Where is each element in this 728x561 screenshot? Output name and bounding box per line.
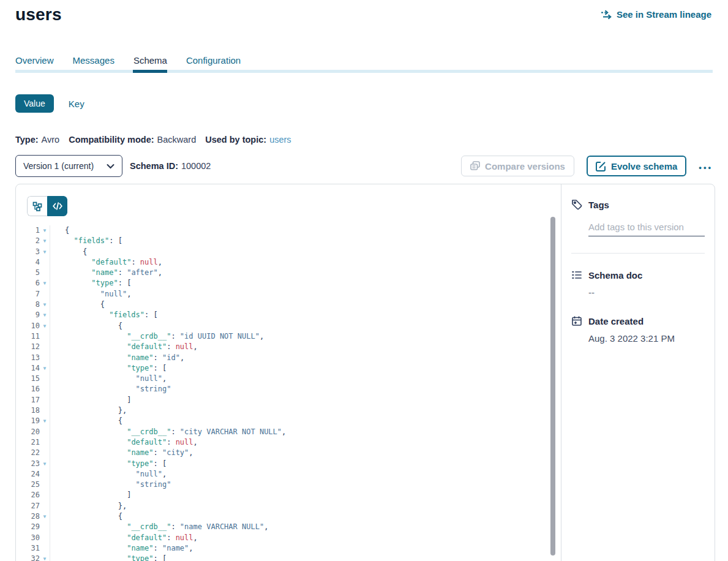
add-tags-input[interactable]: [588, 220, 705, 236]
fold-arrow-icon[interactable]: ▼: [40, 363, 50, 374]
topic-link[interactable]: users: [269, 135, 291, 145]
date-created-section: Date created Aug. 3 2022 3:21 PM: [571, 315, 705, 344]
schema-panel: 1▼{2▼ "fields": [3▼ {4 "default": null,5…: [15, 184, 715, 561]
stream-lineage-label: See in Stream lineage: [617, 9, 711, 20]
more-options-button[interactable]: •••: [699, 160, 713, 172]
code-line: 16 "string": [16, 384, 561, 394]
tab-track: [15, 70, 713, 73]
compare-versions-label: Compare versions: [485, 161, 565, 171]
type-label: Type:: [15, 135, 39, 145]
code-line: 13 "name": "id",: [16, 353, 561, 363]
fold-spacer: [40, 384, 50, 394]
fold-spacer: [40, 543, 50, 554]
fold-arrow-icon[interactable]: ▼: [40, 225, 50, 236]
tab-configuration[interactable]: Configuration: [186, 55, 241, 77]
date-created-title: Date created: [588, 316, 644, 326]
code-icon: [53, 202, 62, 210]
fold-arrow-icon[interactable]: ▼: [40, 299, 50, 310]
tree-icon: [32, 201, 42, 211]
tree-view-button[interactable]: [27, 196, 47, 216]
fold-arrow-icon[interactable]: ▼: [40, 278, 50, 288]
evolve-schema-button[interactable]: Evolve schema: [587, 156, 686, 176]
compare-icon: [470, 161, 480, 171]
code-line: 5 "name": "after",: [16, 268, 561, 278]
code-line: 27 },: [16, 501, 561, 511]
tab-schema[interactable]: Schema: [133, 55, 167, 77]
key-button[interactable]: Key: [69, 99, 84, 109]
active-tab-indicator: [133, 70, 167, 73]
fold-spacer: [40, 331, 50, 342]
schema-id-label: Schema ID:: [130, 161, 178, 171]
code-line: 25 "string": [16, 480, 561, 490]
code-line: 7 "null",: [16, 289, 561, 299]
type-value: Avro: [42, 135, 60, 145]
code-view-button[interactable]: [47, 196, 67, 216]
code-line: 14▼ "type": [: [16, 363, 561, 374]
fold-arrow-icon[interactable]: ▼: [40, 321, 50, 331]
fold-spacer: [40, 437, 50, 448]
fold-arrow-icon[interactable]: ▼: [40, 236, 50, 246]
tags-section: Tags: [571, 199, 705, 254]
code-line: 21 "default": null,: [16, 437, 561, 448]
code-lines: 1▼{2▼ "fields": [3▼ {4 "default": null,5…: [16, 225, 561, 561]
tag-icon: [571, 199, 582, 210]
code-line: 31 "name": "name",: [16, 543, 561, 554]
code-line: 2▼ "fields": [: [16, 236, 561, 246]
value-button[interactable]: Value: [15, 94, 54, 113]
version-bar: Version 1 (current) Schema ID: 100002 Co…: [15, 155, 713, 177]
code-line: 20 "__crdb__": "city VARCHAR NOT NULL",: [16, 427, 561, 437]
tab-overview[interactable]: Overview: [15, 55, 54, 77]
code-line: 10▼ {: [16, 321, 561, 331]
fold-spacer: [40, 490, 50, 500]
schema-meta-row: Type: Avro Compatibility mode: Backward …: [15, 135, 291, 145]
schema-doc-section: Schema doc --: [571, 269, 705, 298]
fold-arrow-icon[interactable]: ▼: [40, 416, 50, 426]
fold-spacer: [40, 353, 50, 363]
value-key-toggle: Value Key: [15, 94, 84, 113]
fold-spacer: [40, 374, 50, 384]
tags-title: Tags: [588, 200, 609, 210]
view-toggle: [27, 196, 67, 216]
fold-spacer: [40, 268, 50, 278]
used-by-topic-label: Used by topic:: [205, 135, 266, 145]
fold-arrow-icon[interactable]: ▼: [40, 554, 50, 561]
version-select[interactable]: Version 1 (current): [15, 155, 122, 177]
fold-arrow-icon[interactable]: ▼: [40, 511, 50, 522]
fold-arrow-icon[interactable]: ▼: [40, 310, 50, 320]
code-line: 29 "__crdb__": "name VARCHAR NULL",: [16, 522, 561, 532]
fold-spacer: [40, 405, 50, 416]
see-in-stream-lineage-link[interactable]: See in Stream lineage: [601, 9, 711, 20]
fold-spacer: [40, 342, 50, 352]
code-line: 24 "null",: [16, 469, 561, 480]
page-title: users: [15, 5, 62, 24]
code-line: 4 "default": null,: [16, 257, 561, 268]
schema-sidebar: Tags Schema doc --: [561, 184, 715, 561]
fold-spacer: [40, 257, 50, 268]
code-line: 23▼ "type": [: [16, 459, 561, 469]
code-line: 32▼ "type": [: [16, 554, 561, 561]
fold-spacer: [40, 522, 50, 532]
schema-doc-value: --: [588, 287, 705, 298]
fold-arrow-icon[interactable]: ▼: [40, 247, 50, 257]
fold-spacer: [40, 448, 50, 458]
code-line: 3▼ {: [16, 247, 561, 257]
fold-spacer: [40, 533, 50, 543]
tab-bar: OverviewMessagesSchemaConfiguration: [15, 55, 241, 77]
stream-lineage-icon: [601, 10, 612, 20]
tab-messages[interactable]: Messages: [73, 55, 114, 77]
code-scrollbar[interactable]: [550, 217, 555, 555]
code-line: 19▼ {: [16, 416, 561, 426]
code-line: 15 "null",: [16, 374, 561, 384]
fold-spacer: [40, 469, 50, 480]
fold-arrow-icon[interactable]: ▼: [40, 459, 50, 469]
date-created-value: Aug. 3 2022 3:21 PM: [588, 333, 705, 344]
list-icon: [571, 269, 582, 280]
code-pane: 1▼{2▼ "fields": [3▼ {4 "default": null,5…: [16, 184, 561, 561]
code-line: 28▼ {: [16, 511, 561, 522]
edit-icon: [596, 161, 606, 171]
code-line: 30 "default": null,: [16, 533, 561, 543]
code-line: 17 ]: [16, 395, 561, 405]
sidebar-divider: [571, 253, 705, 254]
compare-versions-button[interactable]: Compare versions: [461, 156, 574, 176]
fold-spacer: [40, 427, 50, 437]
